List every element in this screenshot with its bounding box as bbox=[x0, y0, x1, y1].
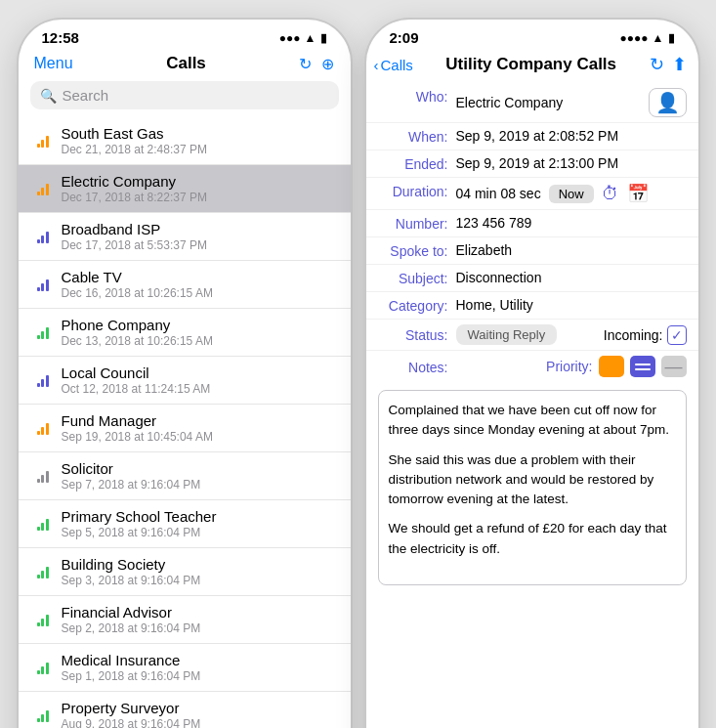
call-date: Sep 1, 2018 at 9:16:04 PM bbox=[62, 669, 335, 683]
ended-row: Ended: Sep 9, 2019 at 2:13:00 PM bbox=[366, 150, 698, 178]
call-info: Cable TV Dec 16, 2018 at 10:26:15 AM bbox=[62, 269, 335, 300]
call-icon bbox=[34, 132, 52, 150]
ended-value: Sep 9, 2019 at 2:13:00 PM bbox=[456, 155, 687, 171]
call-date: Sep 19, 2018 at 10:45:04 AM bbox=[62, 430, 335, 444]
incoming-label: Incoming: bbox=[604, 327, 663, 343]
detail-nav-icons: ↻ ⬆ bbox=[650, 54, 687, 75]
now-button[interactable]: Now bbox=[549, 185, 594, 203]
back-button[interactable]: ‹ Calls bbox=[374, 57, 413, 73]
refresh-button[interactable]: ↻ bbox=[299, 55, 312, 73]
call-item[interactable]: Fund Manager Sep 19, 2018 at 10:45:04 AM bbox=[19, 405, 351, 452]
who-value-row: Electric Company 👤 bbox=[456, 88, 687, 117]
call-item[interactable]: Electric Company Dec 17, 2018 at 8:22:37… bbox=[19, 165, 351, 213]
calendar-icon[interactable]: 📅 bbox=[627, 183, 649, 204]
call-icon bbox=[34, 467, 52, 485]
call-info: Medical Insurance Sep 1, 2018 at 9:16:04… bbox=[62, 652, 335, 683]
call-icon bbox=[34, 515, 52, 533]
notes-priority-row: Notes: Priority: — bbox=[366, 351, 698, 382]
timer-icon[interactable]: ⏱ bbox=[602, 184, 619, 204]
left-phone: 12:58 ●●● ▲ ▮ Menu Calls ↻ ⊕ 🔍 Search bbox=[19, 20, 351, 728]
when-value: Sep 9, 2019 at 2:08:52 PM bbox=[456, 128, 687, 144]
who-row: Who: Electric Company 👤 bbox=[366, 83, 698, 123]
right-phone: 2:09 ●●●● ▲ ▮ ‹ Calls Utility Company Ca… bbox=[366, 20, 698, 728]
when-label: When: bbox=[378, 128, 456, 145]
spoke-row: Spoke to: Elizabeth bbox=[366, 237, 698, 265]
call-info: Fund Manager Sep 19, 2018 at 10:45:04 AM bbox=[62, 412, 335, 444]
call-name: Phone Company bbox=[62, 317, 335, 333]
duration-value: 04 min 08 sec bbox=[456, 186, 541, 201]
incoming-check: Incoming: ✓ bbox=[604, 325, 687, 345]
who-value: Electric Company bbox=[456, 95, 643, 110]
call-info: Local Council Oct 12, 2018 at 11:24:15 A… bbox=[62, 364, 335, 396]
search-icon: 🔍 bbox=[40, 88, 57, 104]
priority-low-button[interactable]: — bbox=[661, 356, 687, 377]
call-info: Broadband ISP Dec 17, 2018 at 5:53:37 PM bbox=[62, 221, 335, 252]
call-date: Dec 17, 2018 at 5:53:37 PM bbox=[62, 238, 335, 252]
call-item[interactable]: Local Council Oct 12, 2018 at 11:24:15 A… bbox=[19, 357, 351, 405]
call-name: Fund Manager bbox=[62, 412, 335, 429]
number-row: Number: 123 456 789 bbox=[366, 210, 698, 237]
detail-nav: ‹ Calls Utility Company Calls ↻ ⬆ bbox=[366, 50, 698, 83]
right-status-icons: ●●●● ▲ ▮ bbox=[620, 31, 675, 45]
call-icon bbox=[34, 276, 52, 293]
call-icon bbox=[34, 180, 52, 197]
call-list: South East Gas Dec 21, 2018 at 2:48:37 P… bbox=[19, 117, 351, 728]
call-info: Financial Advisor Sep 2, 2018 at 9:16:04… bbox=[62, 604, 335, 635]
call-item[interactable]: Primary School Teacher Sep 5, 2018 at 9:… bbox=[19, 500, 351, 548]
call-item[interactable]: Phone Company Dec 13, 2018 at 10:26:15 A… bbox=[19, 309, 351, 357]
left-nav-bar: Menu Calls ↻ ⊕ bbox=[19, 50, 351, 81]
call-name: Medical Insurance bbox=[62, 652, 335, 668]
call-name: Electric Company bbox=[62, 173, 335, 190]
menu-button[interactable]: Menu bbox=[34, 55, 73, 72]
call-icon bbox=[34, 323, 52, 341]
call-item[interactable]: Property Surveyor Aug 9, 2018 at 9:16:04… bbox=[19, 692, 351, 728]
incoming-checkbox[interactable]: ✓ bbox=[667, 325, 687, 345]
call-name: Cable TV bbox=[62, 269, 335, 285]
left-status-icons: ●●● ▲ ▮ bbox=[279, 31, 327, 45]
call-name: Financial Advisor bbox=[62, 604, 335, 621]
call-date: Sep 7, 2018 at 9:16:04 PM bbox=[62, 478, 335, 492]
status-waiting-button[interactable]: Waiting Reply bbox=[456, 324, 558, 345]
call-item[interactable]: Building Society Sep 3, 2018 at 9:16:04 … bbox=[19, 548, 351, 596]
call-icon bbox=[34, 563, 52, 580]
right-wifi-icon: ▲ bbox=[653, 31, 664, 45]
duration-label: Duration: bbox=[378, 183, 456, 199]
priority-high-button[interactable] bbox=[599, 356, 624, 377]
call-date: Sep 2, 2018 at 9:16:04 PM bbox=[62, 621, 335, 635]
call-icon bbox=[34, 707, 52, 724]
category-value: Home, Utility bbox=[456, 297, 687, 313]
ended-label: Ended: bbox=[378, 155, 456, 172]
call-info: Electric Company Dec 17, 2018 at 8:22:37… bbox=[62, 173, 335, 204]
spoke-value: Elizabeth bbox=[456, 242, 687, 258]
call-item[interactable]: Medical Insurance Sep 1, 2018 at 9:16:04… bbox=[19, 644, 351, 692]
number-label: Number: bbox=[378, 215, 456, 232]
note-paragraph: Complained that we have been cut off now… bbox=[389, 401, 676, 441]
call-info: South East Gas Dec 21, 2018 at 2:48:37 P… bbox=[62, 125, 335, 156]
call-item[interactable]: Financial Advisor Sep 2, 2018 at 9:16:04… bbox=[19, 596, 351, 644]
call-icon bbox=[34, 371, 52, 389]
contact-icon[interactable]: 👤 bbox=[649, 88, 687, 117]
call-item[interactable]: South East Gas Dec 21, 2018 at 2:48:37 P… bbox=[19, 117, 351, 165]
left-status-bar: 12:58 ●●● ▲ ▮ bbox=[19, 20, 351, 50]
notes-label: Notes: bbox=[378, 359, 456, 375]
status-label: Status: bbox=[378, 326, 456, 343]
search-bar[interactable]: 🔍 Search bbox=[30, 81, 339, 109]
back-label: Calls bbox=[381, 57, 413, 73]
detail-share-button[interactable]: ⬆ bbox=[672, 54, 687, 75]
priority-medium-button[interactable] bbox=[630, 356, 655, 377]
detail-refresh-button[interactable]: ↻ bbox=[650, 54, 664, 75]
call-date: Aug 9, 2018 at 9:16:04 PM bbox=[62, 717, 335, 728]
call-item[interactable]: Solicitor Sep 7, 2018 at 9:16:04 PM bbox=[19, 452, 351, 500]
call-item[interactable]: Broadband ISP Dec 17, 2018 at 5:53:37 PM bbox=[19, 213, 351, 261]
add-button[interactable]: ⊕ bbox=[321, 55, 334, 73]
detail-body: Who: Electric Company 👤 When: Sep 9, 201… bbox=[366, 83, 698, 728]
note-paragraph: We should get a refund of £20 for each d… bbox=[389, 519, 676, 559]
call-info: Property Surveyor Aug 9, 2018 at 9:16:04… bbox=[62, 700, 335, 728]
notes-area[interactable]: Complained that we have been cut off now… bbox=[378, 390, 687, 585]
call-name: Broadband ISP bbox=[62, 221, 335, 237]
category-row: Category: Home, Utility bbox=[366, 292, 698, 320]
call-date: Sep 5, 2018 at 9:16:04 PM bbox=[62, 526, 335, 539]
call-date: Oct 12, 2018 at 11:24:15 AM bbox=[62, 382, 335, 396]
left-nav-title: Calls bbox=[166, 54, 206, 73]
call-item[interactable]: Cable TV Dec 16, 2018 at 10:26:15 AM bbox=[19, 261, 351, 309]
